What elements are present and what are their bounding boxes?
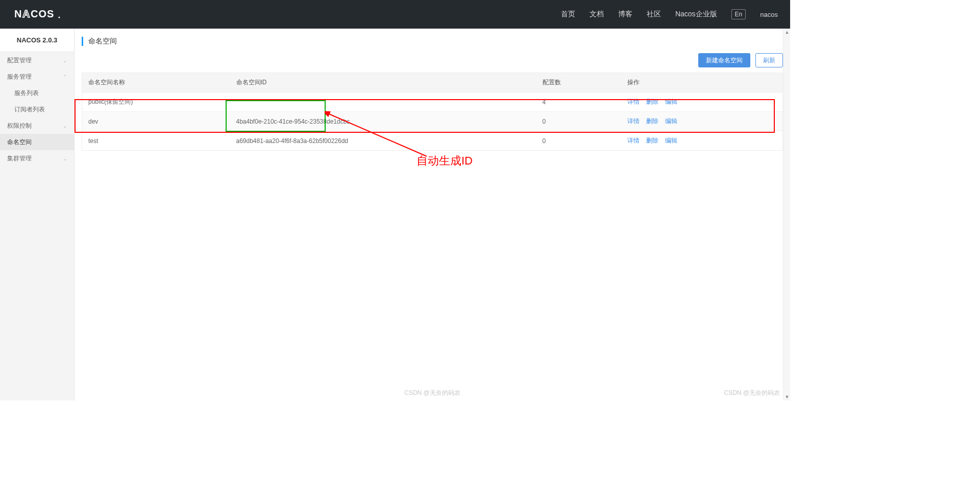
sidebar-item-label: 权限控制 — [7, 122, 32, 130]
scroll-down-icon[interactable]: ▼ — [783, 393, 790, 400]
cell-count: 0 — [536, 112, 621, 131]
create-namespace-button[interactable]: 新建命名空间 — [698, 53, 750, 67]
cell-actions: 详情 删除 编辑 — [621, 112, 783, 131]
cell-count: 0 — [536, 131, 621, 151]
sidebar-item-namespace[interactable]: 命名空间 — [0, 134, 74, 150]
brand-logo: N A COS — [14, 9, 63, 20]
scroll-up-icon[interactable]: ▲ — [783, 29, 790, 36]
table-header-row: 命名空间名称 命名空间ID 配置数 操作 — [82, 73, 783, 92]
svg-point-3 — [58, 16, 60, 18]
table-row: public(保留空间) 4 详情 删除 编辑 — [82, 92, 783, 112]
watermark-right: CSDN @无奈的码农 — [724, 389, 780, 397]
chevron-down-icon: ⌄ — [63, 123, 67, 129]
cell-actions: 详情 删除 编辑 — [621, 131, 783, 151]
top-nav: 首页 文档 博客 社区 Nacos企业版 En nacos — [561, 9, 778, 19]
cell-count: 4 — [536, 92, 621, 112]
vertical-scrollbar[interactable]: ▲ ▼ — [783, 29, 790, 400]
sidebar-item-permission[interactable]: 权限控制 ⌄ — [0, 117, 74, 134]
sidebar-item-label: 命名空间 — [7, 138, 32, 147]
cell-name: test — [82, 131, 230, 151]
sidebar-item-label: 集群管理 — [7, 154, 32, 163]
cell-name: dev — [82, 112, 230, 131]
th-id: 命名空间ID — [230, 73, 536, 92]
th-action: 操作 — [621, 73, 783, 92]
lang-toggle[interactable]: En — [731, 9, 746, 19]
cell-id: a69db481-aa20-4f6f-8a3a-62b5f00226dd — [230, 131, 536, 151]
table-row: test a69db481-aa20-4f6f-8a3a-62b5f00226d… — [82, 131, 783, 151]
watermark: CSDN @无奈的码农 — [404, 389, 460, 397]
cell-id — [230, 92, 536, 112]
topbar: N A COS 首页 文档 博客 社区 Nacos企业版 En nacos — [0, 0, 790, 29]
delete-link[interactable]: 删除 — [646, 117, 658, 125]
chevron-down-icon: ⌄ — [63, 58, 67, 63]
nav-enterprise[interactable]: Nacos企业版 — [675, 10, 717, 19]
user-menu[interactable]: nacos — [760, 11, 778, 18]
sidebar-sub-subscriber-list[interactable]: 订阅者列表 — [0, 101, 74, 117]
page-header: 命名空间 — [82, 37, 783, 46]
cell-name: public(保留空间) — [82, 92, 230, 112]
nav-blog[interactable]: 博客 — [618, 10, 632, 19]
th-name: 命名空间名称 — [82, 73, 230, 92]
sidebar-item-label: 配置管理 — [7, 56, 32, 65]
edit-link[interactable]: 编辑 — [665, 137, 677, 144]
title-accent-bar — [82, 37, 83, 46]
logo-svg: N A COS — [14, 9, 63, 20]
nav-community[interactable]: 社区 — [647, 10, 661, 19]
main-content: 命名空间 新建命名空间 刷新 命名空间名称 命名空间ID 配置数 操作 publ… — [75, 29, 790, 400]
svg-text:A: A — [22, 9, 30, 19]
sidebar-item-label: 服务管理 — [7, 73, 32, 81]
annotation-label: 自动生成ID — [416, 153, 473, 169]
sidebar: NACOS 2.0.3 配置管理 ⌄ 服务管理 ⌃ 服务列表 订阅者列表 权限控… — [0, 29, 75, 400]
toolbar: 新建命名空间 刷新 — [82, 53, 783, 67]
sidebar-item-service[interactable]: 服务管理 ⌃ — [0, 68, 74, 85]
sidebar-title: NACOS 2.0.3 — [0, 29, 74, 52]
nav-home[interactable]: 首页 — [561, 10, 575, 19]
sidebar-sub-label: 订阅者列表 — [14, 105, 45, 114]
detail-link[interactable]: 详情 — [627, 117, 640, 125]
cell-id: 4ba4bf0e-210c-41ce-954c-23538de1dcbc — [230, 112, 536, 131]
th-count: 配置数 — [536, 73, 621, 92]
edit-link[interactable]: 编辑 — [665, 117, 677, 125]
svg-text:COS: COS — [31, 9, 54, 19]
detail-link[interactable]: 详情 — [627, 98, 640, 105]
refresh-button[interactable]: 刷新 — [755, 53, 783, 67]
delete-link[interactable]: 删除 — [646, 98, 658, 105]
namespace-table: 命名空间名称 命名空间ID 配置数 操作 public(保留空间) 4 详情 删… — [82, 73, 783, 151]
delete-link[interactable]: 删除 — [646, 137, 658, 144]
edit-link[interactable]: 编辑 — [665, 98, 677, 105]
chevron-down-icon: ⌄ — [63, 156, 67, 161]
cell-actions: 详情 删除 编辑 — [621, 92, 783, 112]
svg-text:N: N — [14, 9, 22, 19]
sidebar-item-cluster[interactable]: 集群管理 ⌄ — [0, 150, 74, 167]
sidebar-sub-label: 服务列表 — [14, 89, 39, 98]
page-title: 命名空间 — [88, 37, 117, 46]
chevron-up-icon: ⌃ — [63, 74, 67, 80]
sidebar-sub-service-list[interactable]: 服务列表 — [0, 85, 74, 101]
sidebar-item-config[interactable]: 配置管理 ⌄ — [0, 52, 74, 68]
nav-docs[interactable]: 文档 — [590, 10, 604, 19]
table-row: dev 4ba4bf0e-210c-41ce-954c-23538de1dcbc… — [82, 112, 783, 131]
detail-link[interactable]: 详情 — [627, 137, 640, 144]
